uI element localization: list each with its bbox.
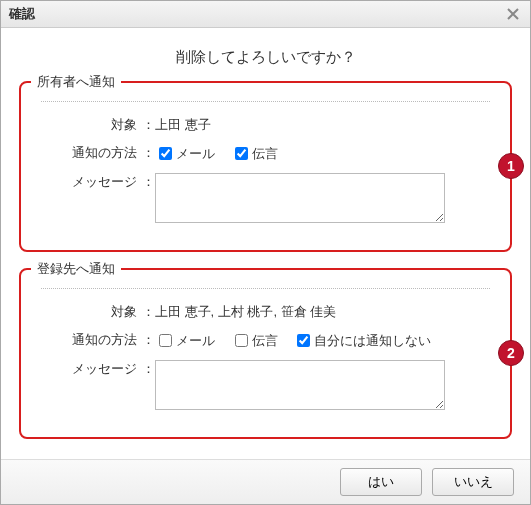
dialog-footer: はい いいえ (1, 459, 530, 504)
register-mail-checkbox-wrap[interactable]: メール (155, 331, 215, 350)
owner-memo-checkbox-wrap[interactable]: 伝言 (231, 144, 278, 163)
method-label: 通知の方法 (41, 142, 141, 162)
memo-label: 伝言 (252, 145, 278, 163)
register-memo-checkbox[interactable] (235, 334, 248, 347)
annotation-badge-1: 1 (498, 153, 524, 179)
owner-notify-legend: 所有者へ通知 (31, 73, 121, 91)
register-method-body: メール 伝言 自分には通知しない (155, 329, 490, 350)
window-title: 確認 (9, 5, 35, 23)
register-memo-checkbox-wrap[interactable]: 伝言 (231, 331, 278, 350)
register-notify-legend: 登録先へ通知 (31, 260, 121, 278)
no-button[interactable]: いいえ (432, 468, 514, 496)
divider (41, 101, 490, 102)
owner-notify-group: 所有者へ通知 対象 ： 上田 恵子 通知の方法 ： メール 伝言 (19, 81, 512, 252)
confirm-question: 削除してよろしいですか？ (19, 48, 512, 67)
annotation-badge-2: 2 (498, 340, 524, 366)
dialog-window: 確認 削除してよろしいですか？ 所有者へ通知 対象 ： 上田 恵子 通知の方法 … (0, 0, 531, 505)
register-message-textarea[interactable] (155, 360, 445, 410)
register-notify-group: 登録先へ通知 対象 ： 上田 恵子, 上村 桃子, 笹倉 佳美 通知の方法 ： … (19, 268, 512, 439)
owner-mail-checkbox[interactable] (159, 147, 172, 160)
register-mail-checkbox[interactable] (159, 334, 172, 347)
method-label: 通知の方法 (41, 329, 141, 349)
target-label: 対象 (41, 301, 141, 321)
message-label: メッセージ (41, 171, 141, 191)
message-label: メッセージ (41, 358, 141, 378)
exclude-self-label: 自分には通知しない (314, 332, 431, 350)
owner-target-value: 上田 恵子 (155, 114, 490, 134)
exclude-self-checkbox-wrap[interactable]: 自分には通知しない (293, 331, 431, 350)
owner-message-textarea[interactable] (155, 173, 445, 223)
mail-label: メール (176, 332, 215, 350)
titlebar: 確認 (1, 1, 530, 28)
divider (41, 288, 490, 289)
register-target-value: 上田 恵子, 上村 桃子, 笹倉 佳美 (155, 301, 490, 321)
memo-label: 伝言 (252, 332, 278, 350)
owner-mail-checkbox-wrap[interactable]: メール (155, 144, 215, 163)
yes-button[interactable]: はい (340, 468, 422, 496)
owner-memo-checkbox[interactable] (235, 147, 248, 160)
exclude-self-checkbox[interactable] (297, 334, 310, 347)
dialog-content: 削除してよろしいですか？ 所有者へ通知 対象 ： 上田 恵子 通知の方法 ： メ… (1, 28, 530, 459)
target-label: 対象 (41, 114, 141, 134)
mail-label: メール (176, 145, 215, 163)
owner-method-body: メール 伝言 (155, 142, 490, 163)
close-icon[interactable] (504, 5, 522, 23)
